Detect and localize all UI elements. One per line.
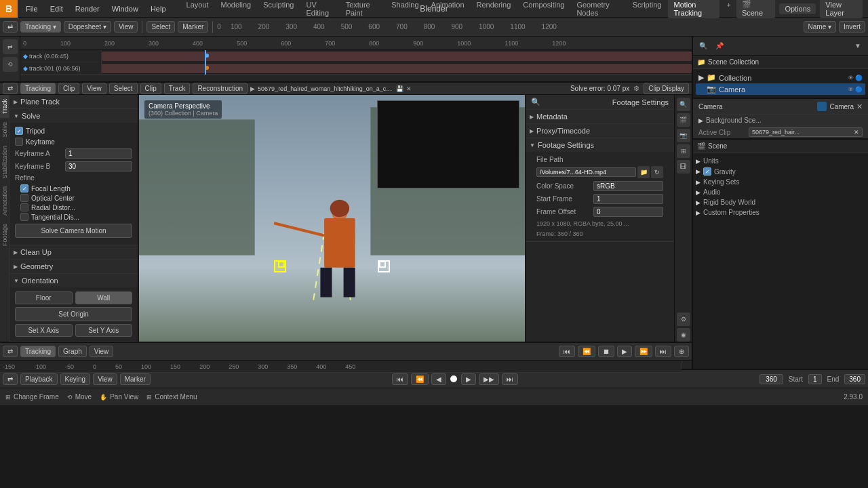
playback-editor-type[interactable]: ⇄: [3, 373, 18, 385]
prop-search-icon[interactable]: 🔍: [696, 39, 711, 54]
tool-scene-icon[interactable]: 🎬: [677, 113, 690, 127]
tool-search-icon[interactable]: 🔍: [677, 98, 690, 111]
graph-view-menu[interactable]: View: [90, 346, 114, 357]
options-button[interactable]: Options: [779, 3, 816, 14]
view-menu[interactable]: View: [114, 21, 138, 33]
footage-header[interactable]: ▼ Footage Settings: [526, 138, 674, 152]
timeline-tool-1[interactable]: ⇄: [3, 39, 18, 54]
graph-ctrl-2[interactable]: ⏪: [578, 346, 595, 357]
tool-track-icon[interactable]: ⊞: [677, 144, 690, 158]
radial-distortion-checkbox[interactable]: [20, 203, 28, 211]
clip-menu[interactable]: Clip: [58, 83, 79, 94]
tool-camera-icon[interactable]: 📷: [677, 129, 690, 142]
tab-rendering[interactable]: Rendering: [471, 0, 517, 18]
keying-sets-item[interactable]: ▶ Keying Sets: [696, 177, 865, 187]
side-tab-solve[interactable]: Solve: [0, 118, 9, 142]
graph-area[interactable]: -150 -100 -50 0 50 100 150 200 250 300 3…: [0, 361, 682, 373]
camera-props-close[interactable]: ✕: [856, 102, 863, 111]
tab-sculpting[interactable]: Sculpting: [258, 0, 299, 18]
playback-start-btn[interactable]: ⏮: [392, 373, 408, 385]
clip-display-btn[interactable]: Clip Display: [644, 83, 689, 94]
gravity-item[interactable]: ▶ ✓ Gravity: [696, 166, 865, 177]
end-frame-input[interactable]: 360: [844, 374, 865, 384]
keyframe-a-value[interactable]: 1: [65, 148, 132, 159]
audio-item[interactable]: ▶ Audio: [696, 187, 865, 197]
render-icon[interactable]: 🔵: [855, 75, 863, 81]
gravity-checkbox[interactable]: ✓: [703, 167, 711, 176]
custom-props-item[interactable]: ▶ Custom Properties: [696, 207, 865, 218]
tab-geometry-nodes[interactable]: Geometry Nodes: [571, 0, 625, 18]
eye-icon[interactable]: 👁: [848, 75, 854, 81]
set-x-axis-button[interactable]: Set X Axis: [15, 324, 73, 337]
track-data-1[interactable]: [102, 50, 692, 62]
tracking-selector[interactable]: Tracking ▾: [20, 21, 61, 33]
playback-frame-back[interactable]: ◀: [431, 373, 446, 385]
name-filter[interactable]: Name ▾: [804, 21, 836, 33]
tab-modeling[interactable]: Modeling: [216, 0, 257, 18]
track-data-2[interactable]: [102, 62, 692, 74]
solve-camera-motion-button[interactable]: Solve Camera Motion: [15, 224, 132, 238]
menu-help[interactable]: Help: [145, 3, 172, 14]
floor-button[interactable]: Floor: [15, 291, 73, 304]
units-item[interactable]: ▶ Units: [696, 156, 865, 166]
view-layer-button[interactable]: View Layer: [820, 0, 863, 18]
start-frame-value[interactable]: 1: [593, 194, 663, 204]
keying-btn[interactable]: Keying: [60, 373, 91, 385]
playback-selector[interactable]: Playback: [20, 373, 58, 385]
tab-uv-editing[interactable]: UV Editing: [300, 0, 338, 18]
playback-view-btn[interactable]: View: [93, 373, 117, 385]
clip-select-menu[interactable]: Select: [109, 83, 138, 94]
focal-length-checkbox[interactable]: ✓: [20, 184, 28, 192]
camera-render-icon[interactable]: 🔵: [855, 86, 863, 93]
tab-texture-paint[interactable]: Texture Paint: [340, 0, 385, 18]
blender-icon[interactable]: B: [0, 0, 18, 18]
tool-settings-icon[interactable]: ⚙: [677, 312, 690, 326]
active-clip-value[interactable]: 50679_red_hair... ✕: [749, 127, 863, 137]
clip-track-menu[interactable]: Track: [164, 83, 191, 94]
prop-pin-icon[interactable]: 📌: [712, 39, 727, 54]
plane-track-header[interactable]: ▶ Plane Track: [9, 95, 138, 108]
wall-button[interactable]: Wall: [75, 291, 133, 304]
graph-ctrl-5[interactable]: ⏭: [655, 346, 671, 357]
solve-header[interactable]: ▼ Solve: [9, 109, 138, 123]
proxy-header[interactable]: ▶ Proxy/Timecode: [526, 124, 674, 138]
dopesheet-selector[interactable]: Dopesheet ▾: [64, 21, 111, 33]
current-frame-display[interactable]: 360: [760, 374, 783, 384]
timeline-tool-2[interactable]: ⟲: [3, 57, 18, 72]
invert-btn[interactable]: Invert: [839, 21, 865, 33]
bg-scene-item[interactable]: ▶ Background Sce...: [693, 115, 868, 126]
tree-item-camera[interactable]: 📷 Camera 👁 🔵: [696, 83, 865, 95]
clip-editor-type[interactable]: ⇄: [3, 83, 18, 94]
prop-filter-icon[interactable]: ▼: [850, 39, 865, 54]
side-tab-annotation[interactable]: Annotation: [0, 182, 9, 220]
tab-layout[interactable]: Layout: [181, 0, 214, 18]
graph-ctrl-1[interactable]: ⏮: [559, 346, 575, 357]
tab-add[interactable]: +: [721, 0, 736, 18]
clean-up-header[interactable]: ▶ Clean Up: [9, 245, 138, 259]
metadata-header[interactable]: ▶ Metadata: [526, 110, 674, 123]
video-viewport[interactable]: Camera Perspective (360) Collection | Ca…: [139, 95, 525, 342]
keyframe-b-value[interactable]: 30: [65, 161, 132, 171]
keyframe-checkbox[interactable]: [15, 138, 23, 146]
frame-offset-value[interactable]: 0: [593, 207, 663, 217]
menu-render[interactable]: Render: [70, 3, 105, 14]
file-path-browse[interactable]: 📁: [637, 166, 650, 178]
menu-file[interactable]: File: [20, 3, 43, 14]
tab-scripting[interactable]: Scripting: [627, 0, 667, 18]
clip-view-menu[interactable]: View: [82, 83, 106, 94]
geometry-header[interactable]: ▶ Geometry: [9, 260, 138, 273]
playback-prev-btn[interactable]: ⏪: [411, 373, 429, 385]
playback-frame-fwd[interactable]: ▶▶: [479, 373, 499, 385]
clip-tracking-selector[interactable]: Tracking: [20, 83, 56, 94]
scene-selector[interactable]: 🎬 Scene: [736, 0, 776, 18]
side-tab-stabilization[interactable]: Stabilization: [0, 142, 9, 183]
set-y-axis-button[interactable]: Set Y Axis: [75, 324, 133, 337]
graph-editor-type[interactable]: ⇄: [3, 346, 18, 357]
start-frame-input[interactable]: 1: [808, 374, 822, 384]
side-tab-footage[interactable]: Footage: [0, 220, 9, 250]
file-path-input[interactable]: /Volumes/7...64-HD.mp4: [536, 167, 636, 177]
tab-shading[interactable]: Shading: [386, 0, 424, 18]
tab-compositing[interactable]: Compositing: [517, 0, 570, 18]
color-space-value[interactable]: sRGB: [593, 181, 663, 191]
graph-ctrl-3[interactable]: ⏹: [598, 346, 614, 357]
